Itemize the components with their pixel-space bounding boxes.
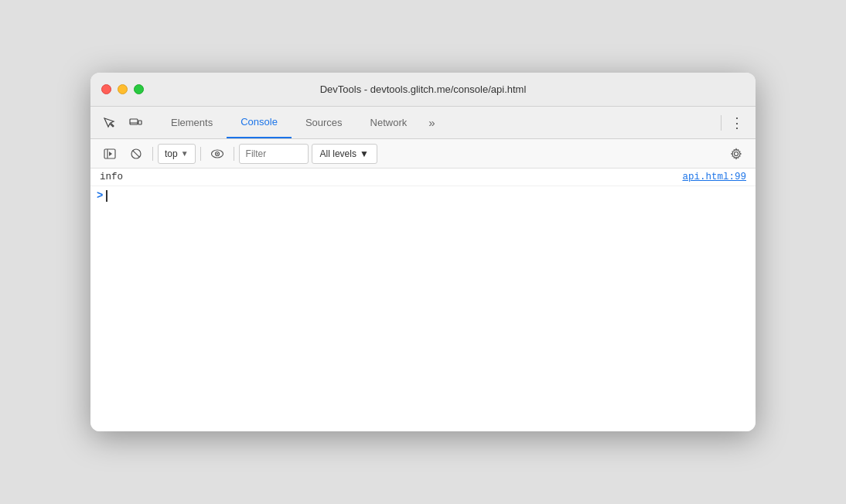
titlebar: DevTools - devtools.glitch.me/console/ap…	[90, 73, 756, 107]
svg-rect-1	[138, 121, 142, 124]
log-entry-text: info	[100, 172, 123, 182]
kebab-menu-button[interactable]: ⋮	[725, 111, 749, 135]
clear-errors-button[interactable]	[125, 144, 148, 164]
toolbar-divider-3	[234, 147, 234, 161]
console-toolbar: top ▼ All levels ▼	[90, 139, 756, 169]
console-output: info api.html:99 >	[90, 169, 756, 431]
filter-input[interactable]	[246, 148, 302, 159]
window-title: DevTools - devtools.glitch.me/console/ap…	[320, 83, 527, 95]
console-log-row: info api.html:99	[90, 169, 756, 186]
log-levels-button[interactable]: All levels ▼	[312, 144, 377, 164]
log-entry-link[interactable]: api.html:99	[682, 172, 746, 182]
gear-icon	[730, 148, 742, 160]
context-select-value: top	[165, 148, 178, 159]
filter-wrapper	[239, 144, 309, 164]
tab-elements[interactable]: Elements	[157, 107, 227, 138]
console-prompt-symbol: >	[97, 189, 103, 202]
toolbar-divider-1	[152, 147, 153, 161]
svg-line-7	[133, 150, 139, 156]
svg-marker-5	[109, 152, 112, 156]
eye-icon	[210, 148, 224, 159]
toolbar-icons	[97, 111, 148, 135]
svg-point-11	[735, 152, 739, 155]
inspect-icon	[102, 116, 116, 130]
tab-sources[interactable]: Sources	[292, 107, 356, 138]
svg-point-10	[217, 153, 218, 155]
close-button[interactable]	[101, 84, 111, 94]
sidebar-toggle-button[interactable]	[98, 144, 121, 164]
log-levels-arrow-icon: ▼	[360, 148, 369, 159]
minimize-button[interactable]	[118, 84, 128, 94]
toolbar-divider-2	[200, 147, 201, 161]
tab-console[interactable]: Console	[227, 107, 292, 138]
tab-list: Elements Console Sources Network »	[157, 107, 718, 138]
sidebar-icon	[104, 148, 116, 160]
maximize-button[interactable]	[134, 84, 144, 94]
svg-rect-0	[130, 119, 138, 124]
toolbar-divider	[721, 115, 721, 131]
context-select-arrow-icon: ▼	[181, 149, 189, 158]
device-icon	[128, 116, 142, 130]
device-icon-button[interactable]	[123, 111, 148, 135]
context-selector[interactable]: top ▼	[158, 144, 196, 164]
console-cursor	[106, 190, 107, 202]
settings-button[interactable]	[725, 144, 748, 164]
console-input-row[interactable]: >	[90, 186, 756, 205]
log-levels-label: All levels	[320, 148, 356, 159]
more-tabs-button[interactable]: »	[421, 116, 442, 129]
traffic-lights	[101, 84, 144, 94]
inspect-icon-button[interactable]	[97, 111, 121, 135]
tab-network[interactable]: Network	[356, 107, 421, 138]
live-expressions-button[interactable]	[206, 144, 229, 164]
main-toolbar: Elements Console Sources Network » ⋮	[90, 107, 756, 139]
block-icon	[130, 148, 142, 160]
devtools-window: DevTools - devtools.glitch.me/console/ap…	[90, 73, 756, 431]
